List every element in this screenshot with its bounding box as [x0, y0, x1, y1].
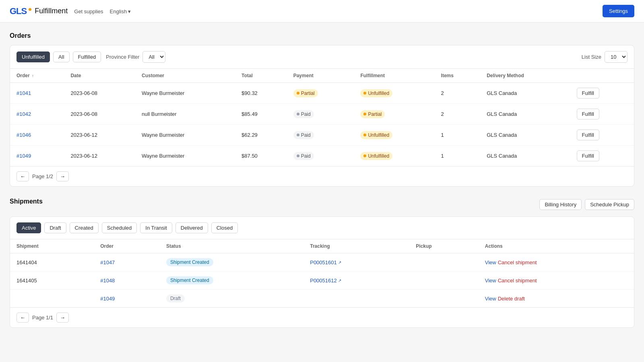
language-label: English [110, 8, 127, 14]
shipment-id-cell: 1641404 [10, 253, 94, 272]
order-cell: #1046 [10, 125, 64, 146]
settings-button[interactable]: Settings [603, 5, 634, 17]
customer-cell: Wayne Burmeister [135, 125, 235, 146]
province-filter-label: Province Filter [106, 54, 139, 60]
shipments-header-actions: Billing History Schedule Pickup [539, 199, 634, 210]
shipment-actions-cell: ViewDelete draft [479, 290, 634, 308]
tab-closed[interactable]: Closed [211, 222, 238, 233]
action-link[interactable]: Cancel shipment [498, 259, 537, 265]
fulfill-button[interactable]: Fulfill [577, 130, 599, 140]
tab-all[interactable]: All [53, 51, 69, 62]
order-link[interactable]: #1046 [17, 132, 31, 138]
shipments-card: Active Draft Created Scheduled In Transi… [10, 216, 634, 328]
total-cell: $85.49 [235, 104, 287, 125]
date-cell: 2023-06-12 [64, 146, 135, 167]
get-supplies-link[interactable]: Get supplies [74, 8, 103, 14]
date-cell: 2023-06-08 [64, 104, 135, 125]
tab-active[interactable]: Active [17, 222, 41, 233]
shipments-table: Shipment Order Status Tracking Pickup Ac… [10, 239, 634, 307]
logo-dot [29, 8, 31, 11]
tab-created[interactable]: Created [70, 222, 99, 233]
view-link[interactable]: View [485, 296, 496, 302]
order-link[interactable]: #1042 [17, 111, 31, 117]
col-delivery: Delivery Method [480, 69, 570, 83]
billing-history-button[interactable]: Billing History [539, 199, 582, 210]
payment-cell: Paid [287, 125, 354, 146]
fulfill-button[interactable]: Fulfill [577, 109, 599, 119]
table-row: #1042 2023-06-08 null Burmeister $85.49 … [10, 104, 634, 125]
fulfillment-cell: Partial [354, 104, 434, 125]
delivery-cell: GLS Canada [480, 83, 570, 104]
tracking-link[interactable]: P00051612 ↗ [310, 278, 341, 284]
orders-section-title: Orders [10, 32, 634, 39]
orders-page-info: Page 1/2 [32, 173, 53, 179]
payment-cell: Paid [287, 104, 354, 125]
shipment-status-cell: Shipment Created [160, 272, 303, 290]
fulfill-dot-icon [363, 134, 366, 136]
col-action [570, 69, 634, 83]
scol-tracking: Tracking [303, 239, 409, 253]
shipment-order-cell: #1048 [94, 272, 160, 290]
view-link[interactable]: View [485, 259, 496, 265]
orders-prev-button[interactable]: ← [17, 171, 29, 181]
shipments-table-header: Shipment Order Status Tracking Pickup Ac… [10, 239, 634, 253]
tab-draft[interactable]: Draft [44, 222, 66, 233]
fulfill-dot-icon [363, 113, 366, 115]
payment-badge: Paid [293, 152, 314, 160]
shipments-next-button[interactable]: → [56, 313, 69, 323]
fulfill-button[interactable]: Fulfill [577, 88, 599, 99]
payment-dot-icon [297, 113, 299, 115]
logo-text: GLS [10, 6, 27, 16]
orders-toolbar: Unfulfilled All Fulfilled Province Filte… [10, 45, 634, 69]
tab-fulfilled[interactable]: Fulfilled [73, 51, 101, 62]
fulfillment-badge: Unfulfilled [360, 131, 392, 139]
tab-delivered[interactable]: Delivered [175, 222, 208, 233]
sort-icon: ↑ [32, 74, 34, 78]
orders-table-header: Order ↑ Date Customer Total Payment Fulf… [10, 69, 634, 83]
customer-cell: Wayne Burmeister [135, 83, 235, 104]
shipment-order-link[interactable]: #1048 [100, 278, 115, 284]
shipments-prev-button[interactable]: ← [17, 313, 29, 323]
language-selector[interactable]: English ▾ [110, 8, 131, 14]
tab-unfulfilled[interactable]: Unfulfilled [17, 51, 50, 62]
shipments-section-header: Shipments Billing History Schedule Picku… [10, 198, 634, 211]
order-cell: #1049 [10, 146, 64, 167]
table-row: 1641405 #1048 Shipment Created P00051612… [10, 272, 634, 290]
shipment-tracking-cell: P00051612 ↗ [303, 272, 409, 290]
shipment-pickup-cell [409, 290, 478, 308]
total-cell: $87.50 [235, 146, 287, 167]
shipment-status-cell: Shipment Created [160, 253, 303, 272]
tab-scheduled[interactable]: Scheduled [102, 222, 137, 233]
col-items: Items [435, 69, 481, 83]
shipments-page-info: Page 1/1 [32, 315, 53, 321]
province-filter-select[interactable]: All [142, 51, 165, 63]
main-content: Orders Unfulfilled All Fulfilled Provinc… [0, 23, 644, 349]
orders-card: Unfulfilled All Fulfilled Province Filte… [10, 45, 634, 187]
action-link[interactable]: Delete draft [498, 296, 525, 302]
action-link[interactable]: Cancel shipment [498, 278, 537, 284]
fulfillment-badge: Unfulfilled [360, 89, 392, 97]
list-size-select[interactable]: 10 25 50 [605, 51, 627, 63]
language-arrow-icon: ▾ [128, 8, 131, 14]
status-badge: Shipment Created [166, 258, 213, 266]
table-row: 1641404 #1047 Shipment Created P00051601… [10, 253, 634, 272]
app-title: Fulfillment [35, 7, 68, 15]
table-row: #1046 2023-06-12 Wayne Burmeister $62.29… [10, 125, 634, 146]
order-link[interactable]: #1041 [17, 90, 31, 96]
col-total: Total [235, 69, 287, 83]
shipment-order-link[interactable]: #1047 [100, 259, 115, 265]
fulfill-action-cell: Fulfill [570, 125, 634, 146]
shipment-actions-cell: ViewCancel shipment [479, 272, 634, 290]
view-link[interactable]: View [485, 278, 496, 284]
shipment-order-link[interactable]: #1049 [100, 296, 115, 302]
fulfill-button[interactable]: Fulfill [577, 150, 599, 161]
orders-next-button[interactable]: → [56, 171, 69, 181]
tab-in-transit[interactable]: In Transit [140, 222, 172, 233]
fulfillment-badge: Partial [360, 110, 385, 118]
order-link[interactable]: #1049 [17, 153, 31, 159]
delivery-cell: GLS Canada [480, 146, 570, 167]
tracking-link[interactable]: P00051601 ↗ [310, 259, 341, 265]
date-cell: 2023-06-12 [64, 125, 135, 146]
col-customer: Customer [135, 69, 235, 83]
schedule-pickup-button[interactable]: Schedule Pickup [585, 199, 634, 210]
